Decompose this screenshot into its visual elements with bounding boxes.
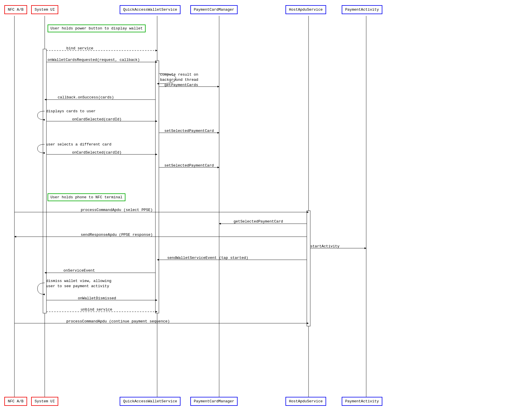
msg-startactivity: startActivity bbox=[310, 244, 339, 249]
msg-displays-cards: displays cards to user bbox=[46, 109, 96, 113]
actor-has-top: HostApduService bbox=[285, 5, 326, 14]
actor-nfc-top: NFC A/B bbox=[4, 5, 27, 14]
actor-qaws-bottom: QuickAccessWalletService bbox=[120, 397, 181, 406]
msg-oncardselected1: onCardSelected(cardId) bbox=[72, 117, 122, 122]
svg-marker-39 bbox=[44, 272, 46, 274]
msg-unbind-service: unbind service bbox=[81, 307, 112, 312]
svg-rect-7 bbox=[155, 61, 159, 313]
msg-processcommandapdu2: processCommandApdu (continue payment seq… bbox=[66, 319, 170, 324]
msg-setselectedpayment2: setSelectedPaymentCard bbox=[164, 163, 214, 168]
svg-marker-9 bbox=[43, 119, 45, 121]
msg-processcommandapdu1: processCommandApdu (select PPSE) bbox=[81, 208, 153, 212]
actor-pa-top: PaymentActivity bbox=[342, 5, 382, 14]
actor-qaws-top: QuickAccessWalletService bbox=[120, 5, 181, 14]
actor-sysui-top: System UI bbox=[31, 5, 58, 14]
msg-callback-onsuccess: callback.onSuccess(cards) bbox=[58, 95, 114, 100]
msg-compute-result: compute result onbackground thread bbox=[160, 72, 198, 83]
msg-setselectedpayment1: setSelectedPaymentCard bbox=[164, 129, 214, 133]
msg-sendresponseapdu: sendResponseApdu (PPSE response) bbox=[81, 233, 153, 237]
svg-marker-17 bbox=[217, 86, 219, 87]
svg-marker-35 bbox=[364, 247, 366, 249]
svg-rect-6 bbox=[43, 49, 46, 313]
msg-onwalletdismissed: onWalletDismissed bbox=[78, 296, 116, 300]
svg-marker-45 bbox=[307, 322, 309, 324]
msg-sendwalletservice: sendWalletServiceEvent (tap started) bbox=[167, 256, 248, 260]
actor-has-bottom: HostApduService bbox=[285, 397, 326, 406]
actor-pcm-top: PaymentCardManager bbox=[190, 5, 238, 14]
svg-marker-31 bbox=[219, 223, 221, 225]
sequence-diagram: NFC A/B System UI QuickAccessWalletServi… bbox=[0, 0, 532, 411]
svg-marker-33 bbox=[14, 236, 16, 238]
actor-nfc-bottom: NFC A/B bbox=[4, 397, 27, 406]
note-power-button: User holds power button to display walle… bbox=[48, 25, 146, 32]
svg-marker-43 bbox=[155, 311, 157, 313]
note-nfc-terminal: User holds phone to NFC terminal bbox=[48, 193, 125, 201]
msg-onserviceevent: onServiceEvent bbox=[63, 268, 95, 273]
svg-rect-8 bbox=[307, 211, 310, 326]
actor-pa-bottom: PaymentActivity bbox=[342, 397, 382, 406]
msg-onwalletcards: onWalletCardsRequested(request, callback… bbox=[48, 58, 140, 62]
actor-sysui-bottom: System UI bbox=[31, 397, 58, 406]
actor-pcm-bottom: PaymentCardManager bbox=[190, 397, 238, 406]
svg-marker-29 bbox=[307, 211, 309, 213]
svg-marker-19 bbox=[44, 99, 46, 100]
msg-getpaymentcards: getPaymentCards bbox=[164, 83, 198, 87]
svg-marker-15 bbox=[155, 61, 157, 63]
svg-marker-11 bbox=[43, 294, 45, 295]
svg-marker-21 bbox=[155, 120, 157, 122]
svg-marker-46 bbox=[157, 83, 159, 85]
svg-marker-13 bbox=[155, 50, 157, 51]
msg-oncardselected2: onCardSelected(cardId) bbox=[72, 150, 122, 155]
svg-marker-27 bbox=[217, 167, 219, 168]
msg-getselectedpayment: getSelectedPaymentCard bbox=[234, 219, 283, 224]
svg-marker-25 bbox=[155, 154, 157, 155]
svg-marker-23 bbox=[217, 132, 219, 134]
msg-dismiss-wallet: dismiss wallet view, allowinguser to see… bbox=[46, 279, 111, 289]
msg-user-selects-diff: user selects a different card bbox=[46, 142, 111, 147]
svg-marker-10 bbox=[43, 152, 45, 154]
msg-bind-service: bind service bbox=[66, 46, 93, 51]
svg-marker-41 bbox=[155, 299, 157, 301]
svg-marker-37 bbox=[157, 259, 159, 261]
